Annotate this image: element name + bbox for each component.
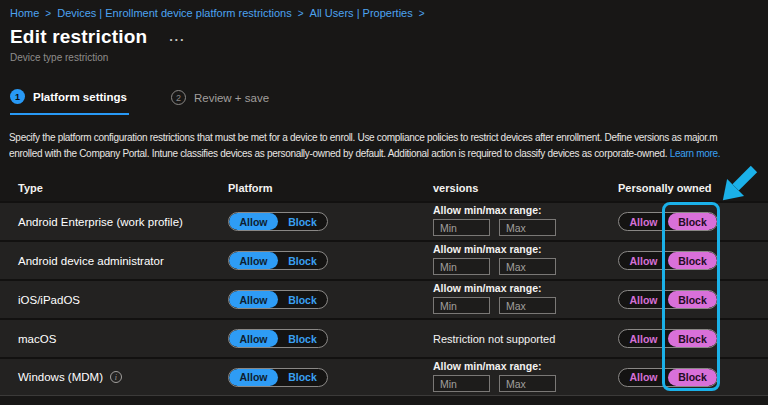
platform-cell: Allow Block xyxy=(218,329,425,348)
personally-owned-cell: Allow Block xyxy=(610,251,768,270)
platform-allow-button[interactable]: Allow xyxy=(229,213,278,230)
info-icon[interactable]: i xyxy=(110,371,122,383)
header-type: Type xyxy=(0,182,218,194)
header-personally-owned: Personally owned xyxy=(610,182,768,194)
chevron-right-icon: > xyxy=(298,8,304,19)
platform-cell: Allow Block xyxy=(218,212,425,231)
device-type-label: macOS xyxy=(18,333,56,345)
description-text: enrolled with the Company Portal. Intune… xyxy=(9,148,667,159)
versions-cell: Allow min/max range: xyxy=(425,242,610,279)
table-row: Windows (MDM) i Allow Block Allow min/ma… xyxy=(0,357,768,396)
tab-label: Platform settings xyxy=(33,91,127,103)
device-type-label: Android device administrator xyxy=(18,255,164,267)
personally-owned-toggle: Allow Block xyxy=(618,251,718,270)
tab-label: Review + save xyxy=(194,92,269,104)
chevron-right-icon: > xyxy=(45,8,51,19)
platform-block-button[interactable]: Block xyxy=(278,252,327,269)
personally-owned-toggle: Allow Block xyxy=(618,212,718,231)
table-row: Android Enterprise (work profile) Allow … xyxy=(0,201,768,240)
personally-owned-allow-button[interactable]: Allow xyxy=(619,330,668,347)
version-range-group: Allow min/max range: xyxy=(433,359,610,392)
min-version-input[interactable] xyxy=(433,258,490,275)
more-menu-icon[interactable]: ··· xyxy=(169,35,185,45)
platform-toggle: Allow Block xyxy=(228,368,328,387)
platform-restrictions-table: Type Platform versions Personally owned … xyxy=(0,175,768,396)
personally-owned-block-button[interactable]: Block xyxy=(668,330,717,347)
max-version-input[interactable] xyxy=(499,375,556,392)
platform-allow-button[interactable]: Allow xyxy=(229,330,278,347)
restriction-not-supported-text: Restriction not supported xyxy=(433,333,555,345)
platform-allow-button[interactable]: Allow xyxy=(229,369,278,386)
platform-toggle: Allow Block xyxy=(228,290,328,309)
personally-owned-block-button[interactable]: Block xyxy=(668,252,717,269)
platform-block-button[interactable]: Block xyxy=(278,213,327,230)
page-title: Edit restriction xyxy=(10,26,147,48)
table-row: Android device administrator Allow Block… xyxy=(0,240,768,279)
wizard-tabs: 1 Platform settings 2 Review + save xyxy=(0,85,768,115)
device-type-label: iOS/iPadOS xyxy=(18,294,80,306)
tab-review-save[interactable]: 2 Review + save xyxy=(171,85,271,115)
device-type-label: Windows (MDM) xyxy=(18,371,103,383)
platform-allow-button[interactable]: Allow xyxy=(229,291,278,308)
personally-owned-toggle: Allow Block xyxy=(618,290,718,309)
platform-block-button[interactable]: Block xyxy=(278,369,327,386)
personally-owned-toggle: Allow Block xyxy=(618,368,718,387)
description: Specify the platform configuration restr… xyxy=(0,130,768,162)
personally-owned-allow-button[interactable]: Allow xyxy=(619,213,668,230)
personally-owned-cell: Allow Block xyxy=(610,290,768,309)
versions-cell: Restriction not supported xyxy=(425,320,610,357)
table-row: iOS/iPadOS Allow Block Allow min/max ran… xyxy=(0,279,768,318)
versions-cell: Allow min/max range: xyxy=(425,203,610,240)
table-header-row: Type Platform versions Personally owned xyxy=(0,175,768,201)
personally-owned-block-button[interactable]: Block xyxy=(668,369,717,386)
breadcrumb-link-properties[interactable]: All Users | Properties xyxy=(310,7,413,19)
header-versions: versions xyxy=(425,182,610,194)
personally-owned-block-button[interactable]: Block xyxy=(668,291,717,308)
personally-owned-cell: Allow Block xyxy=(610,368,768,387)
learn-more-link[interactable]: Learn more. xyxy=(670,148,721,159)
device-type-cell: Android device administrator xyxy=(0,255,218,267)
header-platform: Platform xyxy=(218,182,425,194)
platform-toggle: Allow Block xyxy=(228,251,328,270)
device-type-cell: macOS xyxy=(0,333,218,345)
min-version-input[interactable] xyxy=(433,375,490,392)
max-version-input[interactable] xyxy=(499,219,556,236)
personally-owned-cell: Allow Block xyxy=(610,212,768,231)
platform-block-button[interactable]: Block xyxy=(278,291,327,308)
breadcrumb-link-devices[interactable]: Devices | Enrollment device platform res… xyxy=(57,7,292,19)
personally-owned-toggle: Allow Block xyxy=(618,329,718,348)
version-range-group: Allow min/max range: xyxy=(433,203,610,236)
platform-cell: Allow Block xyxy=(218,251,425,270)
version-range-group: Allow min/max range: xyxy=(433,281,610,314)
step-number-badge: 2 xyxy=(171,90,186,105)
description-line-2: enrolled with the Company Portal. Intune… xyxy=(9,146,768,162)
personally-owned-allow-button[interactable]: Allow xyxy=(619,369,668,386)
max-version-input[interactable] xyxy=(499,258,556,275)
breadcrumb: Home > Devices | Enrollment device platf… xyxy=(0,0,768,19)
version-range-group: Allow min/max range: xyxy=(433,242,610,275)
platform-toggle: Allow Block xyxy=(228,329,328,348)
personally-owned-cell: Allow Block xyxy=(610,329,768,348)
breadcrumb-link-home[interactable]: Home xyxy=(10,7,39,19)
platform-toggle: Allow Block xyxy=(228,212,328,231)
personally-owned-allow-button[interactable]: Allow xyxy=(619,291,668,308)
platform-block-button[interactable]: Block xyxy=(278,330,327,347)
version-range-label: Allow min/max range: xyxy=(433,243,610,255)
version-range-label: Allow min/max range: xyxy=(433,204,610,216)
tab-platform-settings[interactable]: 1 Platform settings xyxy=(10,85,129,115)
step-number-badge: 1 xyxy=(10,89,25,104)
platform-cell: Allow Block xyxy=(218,290,425,309)
platform-allow-button[interactable]: Allow xyxy=(229,252,278,269)
min-version-input[interactable] xyxy=(433,297,490,314)
versions-cell: Allow min/max range: xyxy=(425,281,610,318)
device-type-label: Android Enterprise (work profile) xyxy=(18,216,183,228)
device-type-cell: Windows (MDM) i xyxy=(0,371,218,383)
versions-cell: Allow min/max range: xyxy=(425,359,610,395)
max-version-input[interactable] xyxy=(499,297,556,314)
chevron-right-icon: > xyxy=(419,8,425,19)
description-line-1: Specify the platform configuration restr… xyxy=(9,130,768,146)
personally-owned-allow-button[interactable]: Allow xyxy=(619,252,668,269)
version-range-label: Allow min/max range: xyxy=(433,360,610,372)
personally-owned-block-button[interactable]: Block xyxy=(668,213,717,230)
min-version-input[interactable] xyxy=(433,219,490,236)
